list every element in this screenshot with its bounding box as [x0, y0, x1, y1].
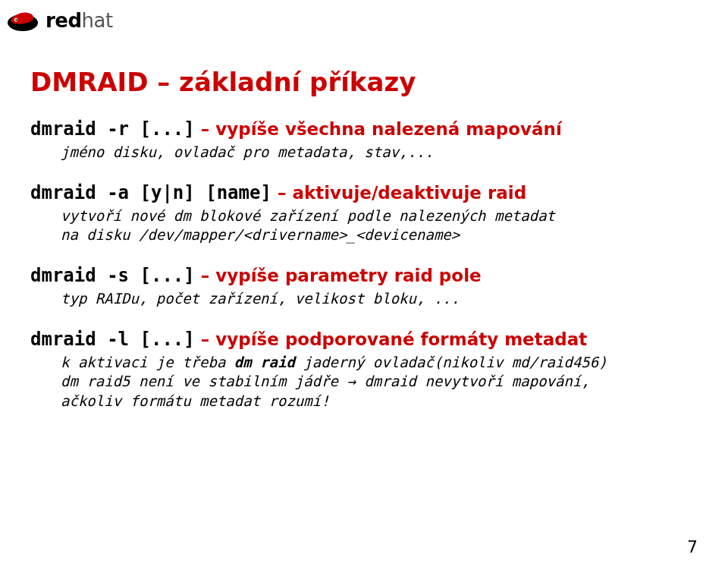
- brand-text: redhat: [46, 9, 113, 32]
- detail-line2b: dmraid nevytvoří mapování,: [356, 373, 590, 389]
- arrow-icon: →: [347, 373, 356, 389]
- detail-line2a: dm raid5 není ve stabilním jádře: [61, 373, 347, 389]
- cmd-desc: – vypíše parametry raid pole: [195, 266, 482, 285]
- cmd-text: dmraid -r [...]: [30, 118, 195, 140]
- brand-text-hat: hat: [82, 9, 113, 32]
- detail-bold: dm raid: [234, 354, 295, 370]
- cmd-desc: – vypíše všechna nalezená mapování: [195, 119, 562, 139]
- page-number: 7: [687, 537, 698, 556]
- cmd-block-a: dmraid -a [y|n] [name] – aktivuje/deakti…: [30, 182, 698, 245]
- cmd-block-s: dmraid -s [...] – vypíše parametry raid …: [30, 265, 698, 309]
- cmd-detail: jméno disku, ovladač pro metadata, stav,…: [61, 143, 698, 162]
- redhat-icon: [6, 8, 39, 33]
- cmd-block-l: dmraid -l [...] – vypíše podporované for…: [30, 329, 698, 411]
- cmd-detail: k aktivaci je třeba dm raid jaderný ovla…: [61, 353, 698, 411]
- svg-point-2: [15, 19, 17, 21]
- cmd-text: dmraid -a [y|n] [name]: [30, 182, 271, 203]
- cmd-text: dmraid -l [...]: [30, 329, 195, 350]
- detail-line: vytvoří nové dm blokové zařízení podle n…: [61, 207, 555, 224]
- detail-line3: ačkoliv formátu metadat rozumí!: [61, 392, 330, 409]
- cmd-desc: – aktivuje/deaktivuje raid: [271, 183, 526, 203]
- page-title: DMRAID – základní příkazy: [30, 67, 698, 97]
- detail-pre: k aktivaci je třeba: [61, 354, 234, 370]
- cmd-detail: typ RAIDu, počet zařízení, velikost blok…: [61, 289, 698, 309]
- brand-text-red: red: [46, 9, 82, 32]
- detail-mid: jaderný ovladač(nikoliv md/raid456): [295, 354, 607, 370]
- cmd-detail: vytvoří nové dm blokové zařízení podle n…: [61, 206, 698, 245]
- cmd-text: dmraid -s [...]: [30, 265, 195, 286]
- brand-logo: redhat: [6, 8, 113, 33]
- cmd-desc: – vypíše podporované formáty metadat: [195, 329, 587, 349]
- detail-line: na disku /dev/mapper/<drivername>_<devic…: [61, 226, 460, 243]
- cmd-block-r: dmraid -r [...] – vypíše všechna nalezen…: [30, 118, 698, 162]
